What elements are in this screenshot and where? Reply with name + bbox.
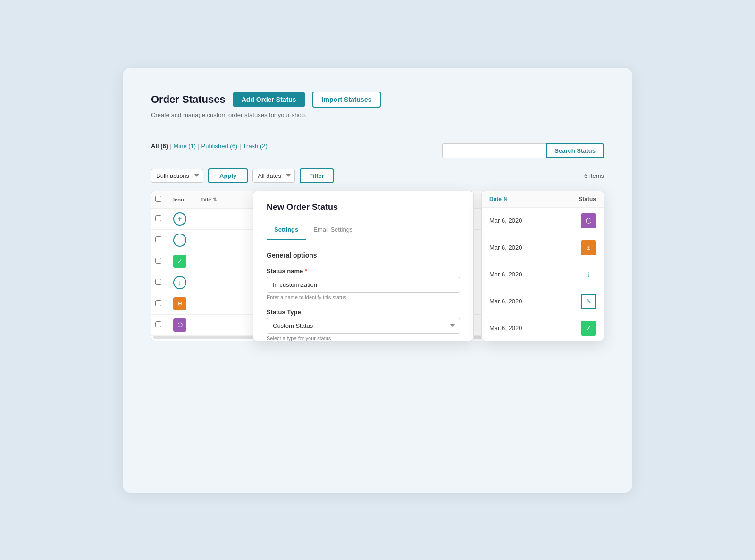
row-checkbox-3[interactable] (155, 258, 161, 264)
actions-bar: Bulk actions Apply All dates Filter 6 it… (151, 168, 604, 183)
status-header: Status (558, 196, 596, 202)
order-date-1: Mar 6, 2020 (489, 217, 558, 224)
tab-published[interactable]: Published (6) (201, 142, 238, 150)
order-date-4: Mar 6, 2020 (489, 298, 558, 305)
required-indicator: * (305, 267, 307, 275)
status-name-group: Status name * Enter a name to identify t… (267, 267, 460, 300)
status-name-label: Status name * (267, 267, 460, 275)
row-checkbox-2[interactable] (155, 236, 161, 242)
filter-tabs: All (6) | Mine (1) | Published (6) | Tra… (151, 142, 268, 150)
header-divider (151, 130, 604, 130)
tab-trash[interactable]: Trash (2) (243, 142, 268, 150)
order-status-5: ✓ (581, 321, 596, 336)
page-header: Order Statuses Add Order Status Import S… (151, 92, 604, 108)
title-sort-icon[interactable]: ⇅ (213, 197, 217, 202)
tab-mine[interactable]: Mine (1) (174, 142, 196, 150)
page-subtitle: Create and manage custom order statuses … (151, 111, 604, 118)
add-order-status-button[interactable]: Add Order Status (233, 92, 305, 107)
top-bar: All (6) | Mine (1) | Published (6) | Tra… (151, 142, 604, 160)
status-type-label: Status Type (267, 309, 460, 316)
import-statuses-button[interactable]: Import Statuses (312, 92, 381, 108)
order-status-2: ⊞ (581, 240, 596, 255)
modal-header: New Order Status (253, 191, 473, 220)
row-icon-check: ✓ (173, 255, 186, 268)
content-area: Icon Title ⇅ Status Type Slug Next Actio… (151, 191, 604, 341)
col-title: Title ⇅ (201, 197, 257, 202)
search-area: Search Status (442, 143, 604, 158)
order-row-3: Mar 6, 2020 ↓ (482, 261, 604, 288)
order-status-1: ⬡ (581, 213, 596, 228)
status-type-hint: Select a type for your status. (267, 335, 460, 341)
modal-body: General options Status name * Enter a na… (253, 240, 473, 341)
order-row-4: Mar 6, 2020 ✎ (482, 288, 604, 315)
orders-table-header: Date ⇅ Status (482, 191, 604, 208)
row-icon-circle (173, 234, 186, 247)
date-header: Date ⇅ (489, 196, 558, 202)
status-name-input[interactable] (267, 277, 460, 293)
orders-history-panel: Date ⇅ Status Mar 6, 2020 ⬡ Mar 6, 2020 … (481, 191, 604, 341)
order-row-5: Mar 6, 2020 ✓ (482, 315, 604, 341)
general-options-title: General options (267, 251, 460, 259)
bulk-actions-select[interactable]: Bulk actions (151, 169, 203, 183)
row-checkbox-6[interactable] (155, 321, 161, 327)
new-order-status-modal: New Order Status Settings Email Settings… (253, 191, 474, 341)
status-name-hint: Enter a name to identify this status (267, 294, 460, 300)
filter-button[interactable]: Filter (300, 168, 334, 183)
row-checkbox-1[interactable] (155, 215, 161, 221)
tab-settings[interactable]: Settings (267, 220, 306, 240)
order-status-3: ↓ (581, 267, 596, 282)
page-title: Order Statuses (151, 93, 226, 106)
status-type-group: Status Type Custom Status Select a type … (267, 309, 460, 341)
items-count: 6 items (584, 172, 604, 179)
apply-button[interactable]: Apply (208, 168, 248, 183)
modal-tabs: Settings Email Settings (253, 220, 473, 240)
status-type-select[interactable]: Custom Status (267, 318, 460, 334)
row-icon-arrow-down: ↓ (173, 276, 186, 289)
search-input[interactable] (442, 143, 546, 158)
row-icon-grid: ⊞ (173, 297, 186, 310)
tab-all[interactable]: All (6) (151, 142, 168, 150)
tab-email-settings[interactable]: Email Settings (306, 220, 360, 240)
order-date-3: Mar 6, 2020 (489, 271, 558, 278)
order-row-1: Mar 6, 2020 ⬡ (482, 208, 604, 234)
col-icon: Icon (173, 197, 200, 202)
row-checkbox-4[interactable] (155, 279, 161, 285)
select-all-checkbox[interactable] (155, 196, 161, 202)
page-wrapper: Order Statuses Add Order Status Import S… (123, 68, 632, 493)
order-status-4: ✎ (581, 294, 596, 309)
row-icon-cube: ⬡ (173, 318, 186, 332)
dates-select[interactable]: All dates (252, 169, 295, 183)
date-sort-icon[interactable]: ⇅ (503, 196, 507, 201)
row-icon-plus: + (173, 212, 186, 226)
modal-title: New Order Status (267, 202, 460, 212)
order-row-2: Mar 6, 2020 ⊞ (482, 234, 604, 261)
search-status-button[interactable]: Search Status (546, 143, 604, 158)
row-checkbox-5[interactable] (155, 300, 161, 306)
order-date-2: Mar 6, 2020 (489, 244, 558, 251)
order-date-5: Mar 6, 2020 (489, 325, 558, 332)
